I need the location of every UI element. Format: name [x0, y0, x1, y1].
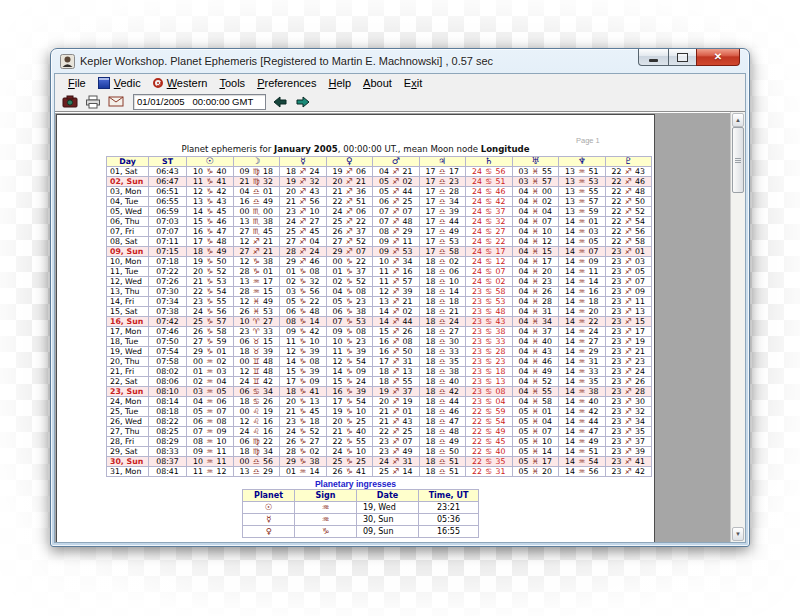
- moon-cell: 13♎29: [233, 467, 280, 477]
- saturn-cell: 23♋08: [466, 387, 513, 397]
- minimize-button[interactable]: [638, 49, 669, 66]
- ingress-col-header-0: Planet: [243, 490, 295, 502]
- zodiac-glyph: ♎: [436, 457, 450, 466]
- maximize-button[interactable]: [668, 49, 697, 66]
- venus-cell: 29♐07: [326, 247, 373, 257]
- email-icon: [108, 96, 124, 107]
- mercury-cell: 28♐24: [280, 247, 327, 257]
- zodiac-glyph: ♒: [575, 357, 589, 366]
- zodiac-glyph: ♐: [622, 257, 636, 266]
- back-button[interactable]: [271, 94, 289, 110]
- st-cell: 08:14: [149, 397, 187, 407]
- uranus-cell: 04♓37: [512, 327, 559, 337]
- pluto-cell: 23♐39: [605, 447, 652, 457]
- zodiac-glyph: ♐: [389, 407, 403, 416]
- scroll-down-button[interactable]: ▼: [732, 527, 744, 541]
- zodiac-glyph: ♒: [575, 207, 589, 216]
- jupiter-cell: 18♎06: [419, 267, 466, 277]
- zodiac-glyph: ♓: [529, 237, 543, 246]
- menu-item-about[interactable]: About: [357, 76, 398, 90]
- zodiac-glyph: ♊: [250, 357, 264, 366]
- uranus-cell: 04♓07: [512, 217, 559, 227]
- neptune-cell: 14♒03: [559, 227, 606, 237]
- vedic-icon: [98, 77, 110, 89]
- zodiac-glyph: ♑: [250, 257, 264, 266]
- title-bar[interactable]: Kepler Workshop. Planet Ephemeris [Regis…: [51, 49, 749, 73]
- zodiac-glyph: ♓: [529, 407, 543, 416]
- zodiac-glyph: ♋: [482, 177, 496, 186]
- pluto-cell: 23♐07: [605, 277, 652, 287]
- uranus-cell: 05♓10: [512, 437, 559, 447]
- email-button[interactable]: [106, 94, 126, 110]
- ingress-date: 30, Sun: [357, 514, 419, 526]
- venus-cell: 07♑53: [326, 317, 373, 327]
- zodiac-glyph: ♐: [622, 167, 636, 176]
- col-header-uranus: ♅: [512, 157, 559, 167]
- menu-label: Preferences: [257, 77, 316, 89]
- menu-item-help[interactable]: Help: [322, 76, 357, 90]
- table-row: 15, Sat07:3824♑5626♓5306♑4806♑3814♐0218♎…: [107, 307, 652, 317]
- mars-cell: 11♐16: [373, 267, 420, 277]
- zodiac-glyph: ♓: [529, 267, 543, 276]
- moon-cell: 18♉39: [233, 347, 280, 357]
- zodiac-glyph: ♋: [482, 247, 496, 256]
- uranus-cell: 04♓46: [512, 357, 559, 367]
- zodiac-glyph: ♋: [482, 317, 496, 326]
- pluto-cell: 22♐46: [605, 177, 652, 187]
- header-row: PlanetSignDateTime, UT: [243, 490, 479, 502]
- zodiac-glyph: ♋: [482, 217, 496, 226]
- menu-item-preferences[interactable]: Preferences: [251, 76, 322, 90]
- uranus-cell: 04♓49: [512, 367, 559, 377]
- pluto-cell: 23♐23: [605, 357, 652, 367]
- st-cell: 08:33: [149, 447, 187, 457]
- zodiac-glyph: ♋: [250, 397, 264, 406]
- neptune-cell: 14♒51: [559, 447, 606, 457]
- scroll-up-button[interactable]: ▲: [732, 113, 744, 127]
- sun-cell: 03♒05: [187, 387, 234, 397]
- zodiac-glyph: ♓: [529, 167, 543, 176]
- zodiac-glyph: ♓: [529, 307, 543, 316]
- saturn-cell: 23♋33: [466, 337, 513, 347]
- col-header-mercury: ☿: [280, 157, 327, 167]
- st-cell: 07:58: [149, 357, 187, 367]
- vertical-scrollbar[interactable]: ▲ ▼: [730, 112, 745, 542]
- menu-item-file[interactable]: File: [62, 76, 92, 90]
- uranus-cell: 04♓20: [512, 267, 559, 277]
- saturn-cell: 24♋32: [466, 217, 513, 227]
- neptune-cell: 14♒38: [559, 387, 606, 397]
- saturn-cell: 23♋53: [466, 297, 513, 307]
- zodiac-glyph: ♎: [436, 357, 450, 366]
- zodiac-glyph: ♎: [436, 277, 450, 286]
- scrollbar-thumb[interactable]: [732, 127, 744, 193]
- chart-button[interactable]: [60, 94, 80, 110]
- venus-cell: 20♐21: [326, 177, 373, 187]
- datetime-field[interactable]: [133, 94, 266, 110]
- menu-item-exit[interactable]: Exit: [398, 76, 428, 90]
- zodiac-glyph: ♑: [203, 177, 217, 186]
- zodiac-glyph: ♐: [296, 197, 310, 206]
- jupiter-cell: 18♎38: [419, 367, 466, 377]
- zodiac-glyph: ♑: [343, 277, 357, 286]
- uranus-cell: 04♓02: [512, 197, 559, 207]
- zodiac-glyph: ♒: [203, 397, 217, 406]
- mars-cell: 20♐19: [373, 397, 420, 407]
- mars-cell: 24♐31: [373, 457, 420, 467]
- table-row: 06, Thu07:0315♑4613♏3824♐2725♐2207♐4817♎…: [107, 217, 652, 227]
- moon-cell: 00♎56: [233, 457, 280, 467]
- mercury-cell: 14♑08: [280, 357, 327, 367]
- zodiac-glyph: ♐: [389, 387, 403, 396]
- menu-item-vedic[interactable]: Vedic: [92, 76, 147, 90]
- zodiac-glyph: ♐: [622, 457, 636, 466]
- table-row: 18, Tue07:5027♑5906♉1511♑1010♑2316♐0818♎…: [107, 337, 652, 347]
- moon-cell: 18♍34: [233, 447, 280, 457]
- forward-button[interactable]: [294, 94, 312, 110]
- menu-item-western[interactable]: Western: [147, 76, 214, 90]
- pluto-cell: 23♐03: [605, 257, 652, 267]
- close-button[interactable]: ✕: [696, 49, 740, 66]
- print-button[interactable]: [83, 94, 103, 110]
- title-longitude: Longitude: [481, 144, 530, 154]
- day-cell: 30, Sun: [107, 457, 149, 467]
- saturn-cell: 24♋12: [466, 257, 513, 267]
- menu-item-tools[interactable]: Tools: [213, 76, 251, 90]
- menu-label: Exit: [404, 77, 422, 89]
